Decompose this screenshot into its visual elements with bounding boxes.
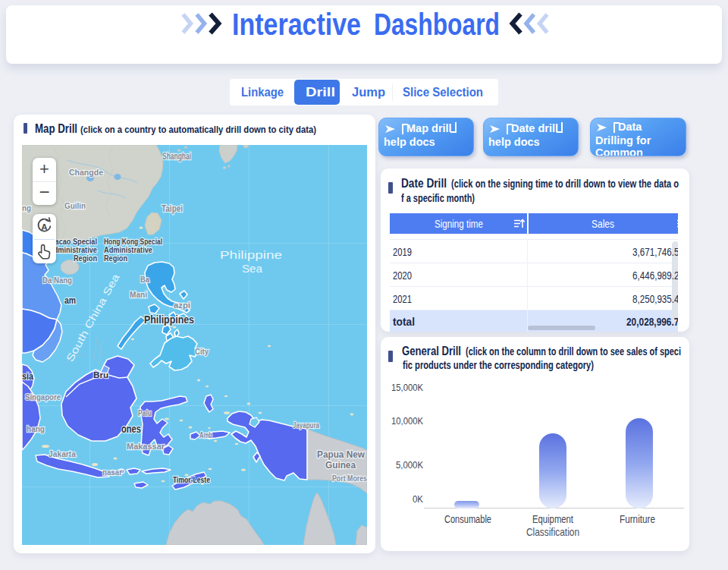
svg-text:Shanghai: Shanghai xyxy=(162,151,191,162)
svg-text:ng: ng xyxy=(22,203,31,213)
svg-text:Date Drill: Date Drill xyxy=(401,177,447,190)
svg-text:2021: 2021 xyxy=(393,293,412,305)
svg-text:15,000K: 15,000K xyxy=(391,382,423,393)
svg-text:Papua New: Papua New xyxy=(317,449,365,460)
svg-text:(click on a country to automat: (click on a country to automatically dri… xyxy=(80,124,316,135)
svg-text:Port Mores: Port Mores xyxy=(332,474,367,483)
svg-text:Region: Region xyxy=(104,254,127,263)
svg-text:(click on the signing time to: (click on the signing time to drill down… xyxy=(451,178,679,190)
svg-text:ones: ones xyxy=(121,422,141,435)
svg-text:hang: hang xyxy=(27,424,45,433)
svg-text:Jump: Jump xyxy=(352,86,385,99)
svg-text:Palu: Palu xyxy=(138,408,152,417)
svg-text:Guinea: Guinea xyxy=(325,459,356,471)
svg-text:Sales: Sales xyxy=(592,218,614,230)
svg-text:Makassar: Makassar xyxy=(127,442,165,451)
svg-text:Amb: Amb xyxy=(199,430,212,439)
svg-text:Drill: Drill xyxy=(306,86,335,99)
svg-text:Consumable: Consumable xyxy=(444,513,491,525)
svg-text:Taipei: Taipei xyxy=(162,203,183,214)
svg-text:Bru: Bru xyxy=(93,370,108,379)
svg-text:sia: sia xyxy=(22,371,33,382)
svg-text:azpi: azpi xyxy=(174,301,190,310)
svg-text:Timor-Leste: Timor-Leste xyxy=(173,475,210,484)
svg-text:Guilin: Guilin xyxy=(64,201,86,210)
svg-text:Da Nang: Da Nang xyxy=(42,276,72,285)
svg-text:Signing time: Signing time xyxy=(435,218,483,230)
svg-text:Philippine: Philippine xyxy=(220,248,282,261)
svg-text:6,446,989.22: 6,446,989.22 xyxy=(632,269,678,282)
svg-text:A: A xyxy=(41,222,47,231)
svg-text:South China Sea: South China Sea xyxy=(64,272,121,364)
svg-text:total: total xyxy=(393,316,415,328)
svg-text:Mani: Mani xyxy=(130,290,147,299)
svg-text:Jakarta: Jakarta xyxy=(49,449,77,458)
svg-text:Philippines: Philippines xyxy=(144,313,194,326)
svg-text:Classification: Classification xyxy=(526,526,579,538)
svg-text:Map Drill: Map Drill xyxy=(35,122,77,135)
svg-text:Equipment: Equipment xyxy=(532,513,573,525)
svg-text:10,000K: 10,000K xyxy=(391,415,423,427)
svg-text:Jayapura: Jayapura xyxy=(293,420,319,430)
svg-text:Region: Region xyxy=(74,254,97,263)
svg-text:Changde: Changde xyxy=(69,168,103,177)
svg-text:Singapore: Singapore xyxy=(25,392,61,402)
svg-text:Sea: Sea xyxy=(242,262,263,275)
svg-text:5,000K: 5,000K xyxy=(396,459,423,471)
svg-text:Linkage: Linkage xyxy=(241,86,284,99)
svg-text:am: am xyxy=(64,294,76,306)
svg-text:2020: 2020 xyxy=(393,269,412,282)
svg-text:3,671,746.59: 3,671,746.59 xyxy=(632,246,678,258)
svg-text:8,250,935.42: 8,250,935.42 xyxy=(632,293,678,305)
svg-text:2019: 2019 xyxy=(393,246,412,258)
svg-text:City: City xyxy=(195,347,209,356)
svg-text:20,028,996.73: 20,028,996.73 xyxy=(626,316,678,328)
svg-text:nasar: nasar xyxy=(102,468,122,477)
svg-text:Dashboard: Dashboard xyxy=(374,8,500,41)
svg-text:Interactive: Interactive xyxy=(232,8,361,41)
svg-text:Slice Selection: Slice Selection xyxy=(403,86,483,99)
svg-text:Furniture: Furniture xyxy=(620,513,655,525)
svg-text:0K: 0K xyxy=(413,493,423,505)
svg-text:f a specific month): f a specific month) xyxy=(401,192,475,204)
svg-text:Ba: Ba xyxy=(140,275,149,284)
